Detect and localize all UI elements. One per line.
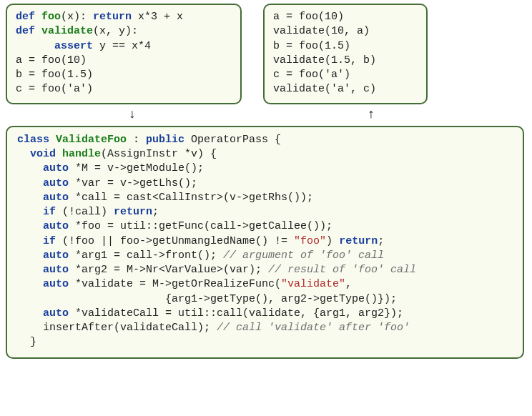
fn-handle: handle [62, 148, 101, 160]
fn-validate: validate [41, 25, 93, 37]
code-box-input: def foo(x): return x*3 + x def validate(… [6, 4, 242, 104]
out-l5: c = foo('a') [273, 69, 350, 81]
string-foo: "foo" [294, 235, 326, 247]
arrow-up-icon: ↑ [280, 106, 462, 123]
stmt-c: c = foo('a') [16, 83, 93, 95]
out-l2: validate(10, a) [273, 25, 370, 37]
line-gettype: {arg1->getType(), arg2->getType()}); [17, 293, 397, 305]
stmt-a: a = foo(10) [16, 54, 87, 66]
comment-arg1: // argument of 'foo' call [223, 249, 384, 262]
stmt-b: b = foo(1.5) [16, 69, 93, 81]
class-name: ValidateFoo [56, 134, 127, 146]
comment-arg2: // result of 'foo' call [268, 264, 416, 276]
comment-insertafter: // call 'validate' after 'foo' [217, 322, 410, 334]
out-l4: validate(1.5, b) [273, 54, 376, 66]
line-close-brace: } [17, 336, 36, 348]
fn-foo: foo [41, 11, 61, 23]
arrow-row: ↓ ↑ [6, 106, 526, 123]
kw-class: class [17, 134, 49, 146]
code-box-pass: class ValidateFoo : public OperatorPass … [6, 126, 524, 359]
kw-def: def [16, 11, 35, 23]
code-box-output: a = foo(10) validate(10, a) b = foo(1.5)… [263, 4, 428, 104]
string-validate: "validate" [281, 278, 345, 290]
out-l6: validate('a', c) [273, 83, 376, 95]
out-l1: a = foo(10) [273, 11, 344, 23]
out-l3: b = foo(1.5) [273, 40, 350, 52]
arrow-down-icon: ↓ [6, 106, 259, 123]
top-row: def foo(x): return x*3 + x def validate(… [6, 4, 526, 104]
